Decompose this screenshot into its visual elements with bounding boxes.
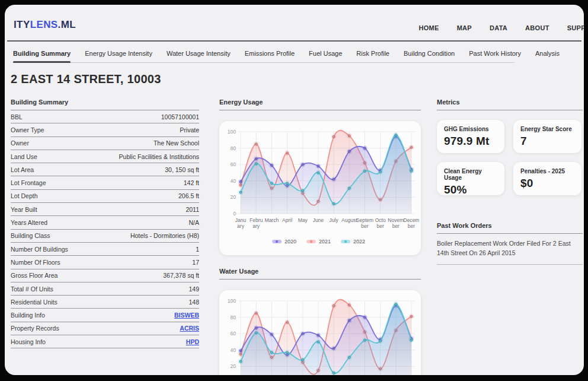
tab-building-summary[interactable]: Building Summary [13,50,71,57]
svg-text:December: December [404,217,420,229]
tab-risk-profile[interactable]: Risk Profile [356,50,389,57]
page-title: 2 EAST 14 STREET, 10003 [11,72,161,86]
svg-text:August: August [341,217,357,223]
row-label: Property Records [11,325,59,332]
table-row: Lot Depth206.5 ft [11,190,199,203]
row-label: Building Class [11,232,50,239]
table-row: Housing InfoHPD [11,335,199,348]
row-value: N/A [188,219,199,226]
svg-text:October: October [375,217,386,229]
tab-past-work-history[interactable]: Past Work History [469,50,521,57]
row-label: Residential Units [11,299,57,306]
tab-fuel-usage[interactable]: Fuel Usage [309,50,342,57]
legend-item-2020[interactable]: 2020 [272,239,296,245]
nav-item-data[interactable]: DATA [490,24,507,31]
metric-label: Energy Star Score [520,126,574,132]
svg-text:20: 20 [231,363,237,369]
tab-energy-usage-intensity[interactable]: Energy Usage Intensity [85,50,152,57]
metric-cards: GHG Emissions979.9 MtEnergy Star Score7C… [437,120,583,195]
work-order-entry: Boiler Replacement Work Order Filed For … [437,234,583,265]
app-logo[interactable]: ITYLENS.ML [14,19,76,31]
charts-column: Energy Usage 020406080100JanuaryFebruary… [219,99,421,375]
nav-item-map[interactable]: MAP [457,24,472,31]
row-label: Owner Type [11,126,44,134]
table-row: Years AlteredN/A [11,216,199,229]
table-row: Number Of Buildings1 [11,243,199,256]
app-window: ITYLENS.ML HOMEMAPDATAABOUTSUPPORT Build… [5,5,584,375]
row-value: 2011 [186,206,199,213]
metric-label: GHG Emissions [444,126,497,132]
metric-value: 979.9 Mt [444,135,497,148]
svg-text:January: January [235,217,247,229]
table-row: Lot Frontage142 ft [11,176,199,189]
row-value: 142 ft [184,179,199,186]
svg-text:February: February [250,217,263,229]
nav-item-about[interactable]: ABOUT [525,24,549,31]
metric-card-clean-energy-usage: Clean Energy Usage50% [437,162,504,195]
table-row: Lot Area30, 150 sq ft [11,163,199,176]
svg-text:April: April [282,217,292,223]
svg-text:November: November [388,217,404,229]
row-label: BBL [11,113,23,120]
row-value: 149 [188,285,199,293]
row-value: 367,378 sq ft [163,272,199,279]
water-usage-chart: 020406080100JanuaryFebruaryMarchAprilMay… [219,290,421,375]
table-row: OwnerThe New School [11,137,199,150]
chart-svg: 020406080100JanuaryFebruaryMarchAprilMay… [220,293,420,375]
row-value: 17 [192,259,199,266]
svg-text:2020: 2020 [285,239,296,245]
row-value-link[interactable]: HPD [186,338,199,345]
building-summary-table: BBL10057100001Owner TypePrivateOwnerThe … [11,110,199,348]
tab-emissions-profile[interactable]: Emissions Profile [245,50,295,57]
row-label: Year Built [11,206,37,213]
table-row: Building ClassHotels - Dormitories (H8) [11,230,199,243]
row-value: Hotels - Dormitories (H8) [130,232,199,239]
water-usage-title: Water Usage [219,268,421,280]
tab-analysis[interactable]: Analysis [535,50,560,57]
table-row: Owner TypePrivate [11,123,199,136]
nav-item-support[interactable]: SUPPORT [567,24,584,31]
row-value-link[interactable]: BISWEB [174,312,199,319]
metrics-title: Metrics [437,99,583,110]
svg-text:May: May [298,217,308,223]
metric-card-ghg-emissions: GHG Emissions979.9 Mt [437,120,504,153]
row-label: Building Info [11,312,45,319]
row-value: 10057100001 [161,113,199,120]
row-value: Private [180,126,199,134]
tab-buildng-condition[interactable]: Buildng Condition [404,50,455,57]
legend-item-2021[interactable]: 2021 [306,239,331,245]
row-label: Number Of Buildings [11,246,68,253]
svg-text:100: 100 [228,129,236,135]
row-label: Lot Area [11,166,34,173]
svg-text:80: 80 [231,315,237,320]
row-label: Gross Floor Area [11,272,57,279]
row-label: Total # Of Units [11,285,53,293]
building-summary-title: Building Summary [11,99,199,110]
svg-text:March: March [265,217,279,223]
table-row: Land UsePublic Facilities & Institutions [11,150,199,163]
table-row: Residential Units148 [11,296,199,309]
energy-usage-chart: 020406080100JanuaryFebruaryMarchAprilMay… [219,121,421,255]
svg-text:60: 60 [231,161,237,167]
row-label: Number Of Floors [11,259,60,266]
past-work-orders-list: Boiler Replacement Work Order Filed For … [437,234,583,265]
row-label: Owner [11,139,29,147]
metric-value: 50% [444,183,497,196]
nav-item-home[interactable]: HOME [418,24,439,31]
row-value: 30, 150 sq ft [165,166,199,173]
tab-water-usage-intensity[interactable]: Water Usage Intensity [167,50,231,57]
row-label: Land Use [11,153,37,160]
row-value: 1 [196,246,199,253]
metric-value: $0 [520,177,574,190]
legend-item-2022[interactable]: 2022 [341,239,365,245]
row-value: 206.5 ft [178,192,199,199]
row-value-link[interactable]: ACRIS [180,325,199,332]
metrics-column: Metrics GHG Emissions979.9 MtEnergy Star… [437,99,583,265]
tab-bar: Building SummaryEnergy Usage IntensityWa… [13,50,514,63]
row-value: Public Facilities & Institutions [119,153,199,160]
svg-text:60: 60 [231,331,237,336]
metric-card-energy-star-score: Energy Star Score7 [513,120,581,153]
metric-card-penalties-2025: Penalties - 2025$0 [513,162,581,195]
svg-text:2021: 2021 [319,239,331,245]
table-row: Gross Floor Area367,378 sq ft [11,269,199,282]
